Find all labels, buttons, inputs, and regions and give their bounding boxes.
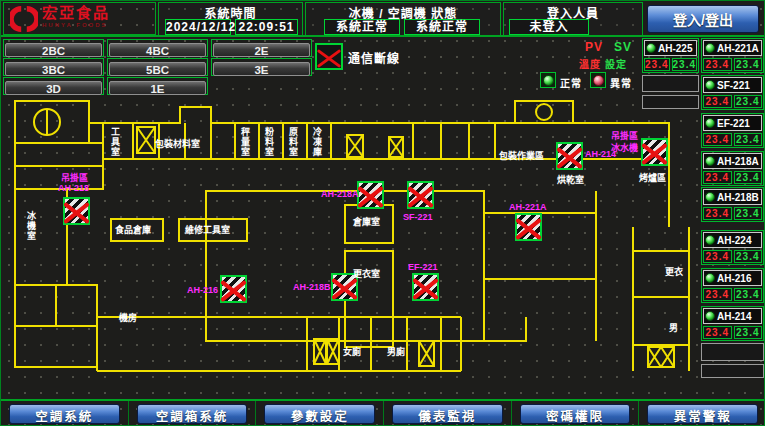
floor-button[interactable]: 2E (213, 43, 310, 57)
abnormal-legend-label: 異常 (610, 75, 632, 90)
equipment-pv-value: 23.4 (703, 95, 732, 108)
equipment-sv-value: 23.4 (734, 95, 763, 108)
equipment-cell: AH-224 23.4 23.4 (701, 230, 764, 265)
normal-lamp-icon (540, 72, 556, 88)
floor-button[interactable]: 5BC (109, 62, 206, 76)
sv-legend-label: SV (614, 40, 632, 54)
system-clock-value: 22:09:51 (235, 19, 298, 35)
equipment-sv-value: 23.4 (734, 250, 763, 263)
equipment-name-row[interactable]: AH-218B (703, 189, 762, 205)
comm-loss-device-marker[interactable] (407, 181, 434, 209)
plan-label: SF-221 (403, 212, 433, 222)
equipment-pv-value: 23.4 (703, 133, 732, 146)
equipment-name-row[interactable]: AH-216 (703, 270, 762, 286)
equipment-values-row: 23.4 23.4 (644, 58, 697, 71)
equipment-name-row[interactable]: AH-214 (703, 308, 762, 324)
comm-loss-device-marker[interactable] (63, 197, 90, 225)
equipment-pv-value: 23.4 (703, 326, 732, 339)
equipment-status-lamp-icon (705, 192, 715, 202)
equipment-name: AH-218B (717, 192, 759, 203)
equipment-name-row[interactable]: SF-221 (703, 77, 762, 93)
brand-name: 宏亞食品 (42, 4, 110, 21)
footer-menu-button[interactable]: 空調箱系統 (137, 404, 248, 424)
floor-button-grid: 2BC 4BC 2E 3BC 5BC 3E 3D 1E (3, 39, 313, 95)
equipment-values-row: 23.4 23.4 (703, 171, 762, 184)
floor-button[interactable]: 4BC (109, 43, 206, 57)
equipment-name-row[interactable]: AH-224 (703, 232, 762, 248)
equipment-values-row: 23.4 23.4 (703, 288, 762, 301)
equipment-pv-value: 23.4 (644, 58, 670, 71)
comm-loss-device-marker[interactable] (515, 213, 542, 241)
equipment-status-lamp-icon (705, 311, 715, 321)
equipment-sv-value: 23.4 (672, 58, 698, 71)
equipment-sv-value: 23.4 (734, 207, 763, 220)
ac-status-value: 系統正常 (404, 19, 480, 35)
equipment-cell: AH-218B 23.4 23.4 (701, 187, 764, 222)
pv-caption-label: 溫度 (579, 56, 601, 71)
machine-status-section: 冰機 / 空調機 狀態 系統正常 系統正常 (305, 2, 501, 36)
normal-legend-label: 正常 (560, 75, 582, 90)
equipment-status-lamp-icon (705, 156, 715, 166)
equipment-values-row: 23.4 23.4 (703, 133, 762, 146)
footer-menu-button[interactable]: 空調系統 (9, 404, 120, 424)
equipment-cell: AH-225 23.4 23.4 (642, 38, 699, 73)
equipment-pv-value: 23.4 (703, 288, 732, 301)
equipment-values-row: 23.4 23.4 (703, 326, 762, 339)
equipment-pv-value: 23.4 (703, 250, 732, 263)
comm-loss-device-marker[interactable] (357, 181, 384, 209)
footer-menu-button[interactable]: 異常警報 (647, 404, 758, 424)
hmi-screen: 宏亞食品 HUNYA FOODS 系統時間 2024/12/12 22:09:5… (0, 0, 765, 426)
comm-loss-device-marker[interactable] (220, 275, 247, 303)
double-crescent-icon (10, 5, 38, 33)
comm-loss-device-marker[interactable] (412, 273, 439, 301)
plan-label: 烘乾室 (557, 173, 584, 186)
equipment-name: AH-216 (717, 273, 751, 284)
equipment-status-lamp-icon (705, 235, 715, 245)
plan-label: 冰水機 (611, 141, 638, 154)
floor-button-cell: 5BC (107, 58, 208, 76)
equipment-pv-value: 23.4 (703, 58, 732, 71)
comm-loss-device-marker[interactable] (556, 142, 583, 170)
equipment-sv-value: 23.4 (734, 171, 763, 184)
plan-label: AH-216 (187, 285, 218, 295)
floor-button[interactable]: 3BC (5, 62, 102, 76)
footer-menu-button[interactable]: 密碼權限 (520, 404, 631, 424)
equipment-name: AH-224 (717, 235, 751, 246)
pv-legend-label: PV (585, 40, 603, 54)
equipment-sv-value: 23.4 (734, 133, 763, 146)
equipment-panel: AH-225 23.4 23.4 AH-221A 23.4 23.4 (641, 37, 765, 397)
equipment-cell: AH-214 23.4 23.4 (701, 306, 764, 341)
floor-button-cell: 3BC (3, 58, 104, 76)
floor-button-cell: 2E (211, 39, 312, 57)
empty-slot (642, 95, 699, 109)
login-logout-button[interactable]: 登入/登出 (647, 5, 759, 33)
empty-slot (701, 343, 764, 361)
floor-button-cell: 4BC (107, 39, 208, 57)
equipment-name: EF-221 (717, 118, 750, 129)
equipment-values-row: 23.4 23.4 (703, 58, 762, 71)
footer-menu-button[interactable]: 儀表監視 (392, 404, 503, 424)
footer-menu-button[interactable]: 參數設定 (264, 404, 375, 424)
plan-label: 秤量室 (239, 127, 252, 157)
equipment-name-row[interactable]: AH-218A (703, 153, 762, 169)
brand-subname: HUNYA FOODS (42, 19, 110, 31)
comm-loss-legend-label: 通信斷線 (348, 49, 400, 66)
equipment-name: AH-218A (717, 156, 759, 167)
footer-menu-slot: 空調箱系統 (129, 401, 257, 426)
equipment-values-row: 23.4 23.4 (703, 207, 762, 220)
equipment-name-row[interactable]: AH-225 (644, 40, 697, 56)
equipment-pv-value: 23.4 (703, 171, 732, 184)
abnormal-lamp-icon (590, 72, 606, 88)
floor-plan: 吊掛區AH-218AH-216AH-218BAH-218ASF-221EF-22… (1, 93, 693, 399)
floor-button[interactable]: 3E (213, 62, 310, 76)
equipment-name-row[interactable]: AH-221A (703, 40, 762, 56)
floor-button[interactable]: 2BC (5, 43, 102, 57)
plan-label: AH-221A (509, 202, 547, 212)
equipment-name-row[interactable]: EF-221 (703, 115, 762, 131)
plan-label: 倉庫室 (353, 215, 380, 228)
plan-label: 冰機室 (25, 211, 38, 241)
plan-label: 女廁 (343, 345, 361, 358)
plan-label: 更衣室 (353, 267, 380, 280)
equipment-status-lamp-icon (705, 43, 715, 53)
system-time-section: 系統時間 2024/12/12 22:09:51 (158, 2, 303, 36)
